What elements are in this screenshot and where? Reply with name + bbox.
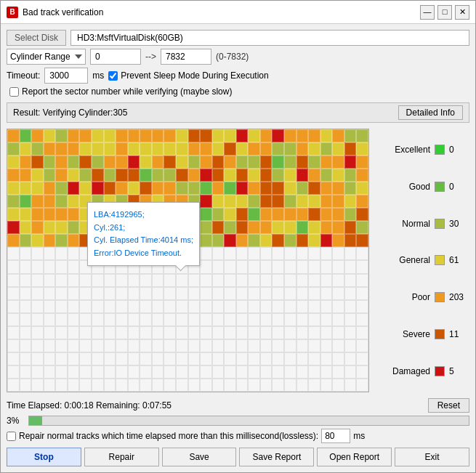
grid-cell[interactable] <box>164 247 176 260</box>
grid-cell[interactable] <box>272 287 284 300</box>
grid-cell[interactable] <box>248 313 260 326</box>
grid-cell[interactable] <box>68 247 80 260</box>
grid-cell[interactable] <box>356 352 368 365</box>
grid-cell[interactable] <box>236 142 249 155</box>
grid-cell[interactable] <box>200 313 212 326</box>
grid-cell[interactable] <box>344 195 357 208</box>
grid-cell[interactable] <box>20 221 32 234</box>
grid-cell[interactable] <box>140 169 152 182</box>
grid-cell[interactable] <box>164 300 176 313</box>
grid-cell[interactable] <box>152 274 164 287</box>
grid-cell[interactable] <box>68 169 80 182</box>
grid-cell[interactable] <box>320 274 333 287</box>
grid-cell[interactable] <box>248 195 260 208</box>
grid-cell[interactable] <box>55 365 68 379</box>
grid-cell[interactable] <box>344 379 357 392</box>
grid-cell[interactable] <box>152 221 164 234</box>
grid-cell[interactable] <box>140 182 152 195</box>
grid-cell[interactable] <box>248 182 260 195</box>
grid-cell[interactable] <box>116 326 128 339</box>
grid-cell[interactable] <box>140 326 152 339</box>
grid-cell[interactable] <box>7 234 20 247</box>
grid-cell[interactable] <box>188 326 201 339</box>
grid-cell[interactable] <box>344 208 357 221</box>
grid-cell[interactable] <box>164 129 176 142</box>
grid-cell[interactable] <box>297 326 309 339</box>
grid-cell[interactable] <box>272 339 284 352</box>
grid-cell[interactable] <box>344 155 357 169</box>
grid-cell[interactable] <box>272 169 284 182</box>
grid-cell[interactable] <box>92 352 104 365</box>
grid-cell[interactable] <box>260 365 273 379</box>
grid-cell[interactable] <box>140 379 152 392</box>
grid-cell[interactable] <box>284 313 297 326</box>
grid-cell[interactable] <box>248 352 260 365</box>
grid-cell[interactable] <box>104 208 116 221</box>
grid-cell[interactable] <box>55 326 68 339</box>
grid-cell[interactable] <box>344 365 357 379</box>
grid-cell[interactable] <box>92 326 104 339</box>
grid-cell[interactable] <box>332 234 344 247</box>
grid-cell[interactable] <box>55 182 68 195</box>
grid-cell[interactable] <box>164 260 176 273</box>
grid-cell[interactable] <box>224 274 236 287</box>
grid-cell[interactable] <box>260 221 273 234</box>
grid-cell[interactable] <box>308 155 320 169</box>
grid-cell[interactable] <box>152 169 164 182</box>
grid-cell[interactable] <box>308 234 320 247</box>
grid-cell[interactable] <box>188 300 201 313</box>
grid-cell[interactable] <box>31 339 44 352</box>
grid-cell[interactable] <box>332 260 344 273</box>
grid-cell[interactable] <box>308 326 320 339</box>
grid-cell[interactable] <box>284 260 297 273</box>
grid-cell[interactable] <box>92 221 104 234</box>
grid-cell[interactable] <box>68 339 80 352</box>
grid-cell[interactable] <box>92 142 104 155</box>
grid-cell[interactable] <box>236 155 249 169</box>
grid-cell[interactable] <box>308 300 320 313</box>
grid-cell[interactable] <box>31 274 44 287</box>
grid-cell[interactable] <box>44 234 56 247</box>
grid-cell[interactable] <box>272 142 284 155</box>
grid-cell[interactable] <box>79 365 92 379</box>
grid-cell[interactable] <box>284 287 297 300</box>
grid-cell[interactable] <box>224 287 236 300</box>
reset-button[interactable]: Reset <box>428 398 469 413</box>
grid-cell[interactable] <box>297 365 309 379</box>
grid-cell[interactable] <box>356 287 368 300</box>
grid-cell[interactable] <box>104 365 116 379</box>
grid-cell[interactable] <box>212 326 225 339</box>
grid-cell[interactable] <box>297 195 309 208</box>
grid-cell[interactable] <box>320 169 333 182</box>
grid-cell[interactable] <box>164 365 176 379</box>
grid-cell[interactable] <box>248 339 260 352</box>
grid-cell[interactable] <box>7 300 20 313</box>
grid-cell[interactable] <box>188 287 201 300</box>
grid-cell[interactable] <box>44 221 56 234</box>
grid-cell[interactable] <box>224 260 236 273</box>
grid-cell[interactable] <box>236 208 249 221</box>
grid-cell[interactable] <box>320 339 333 352</box>
grid-cell[interactable] <box>332 169 344 182</box>
open-report-button[interactable]: Open Report <box>317 448 392 466</box>
grid-cell[interactable] <box>7 247 20 260</box>
grid-cell[interactable] <box>176 352 188 365</box>
grid-cell[interactable] <box>297 352 309 365</box>
grid-cell[interactable] <box>116 234 128 247</box>
grid-cell[interactable] <box>44 287 56 300</box>
grid-cell[interactable] <box>272 352 284 365</box>
grid-cell[interactable] <box>272 129 284 142</box>
grid-cell[interactable] <box>128 352 140 365</box>
grid-cell[interactable] <box>104 379 116 392</box>
grid-cell[interactable] <box>212 339 225 352</box>
grid-cell[interactable] <box>212 300 225 313</box>
grid-cell[interactable] <box>248 169 260 182</box>
grid-cell[interactable] <box>164 155 176 169</box>
grid-cell[interactable] <box>212 274 225 287</box>
grid-cell[interactable] <box>248 365 260 379</box>
grid-cell[interactable] <box>164 379 176 392</box>
grid-cell[interactable] <box>128 300 140 313</box>
grid-cell[interactable] <box>128 260 140 273</box>
grid-cell[interactable] <box>284 300 297 313</box>
grid-cell[interactable] <box>212 352 225 365</box>
